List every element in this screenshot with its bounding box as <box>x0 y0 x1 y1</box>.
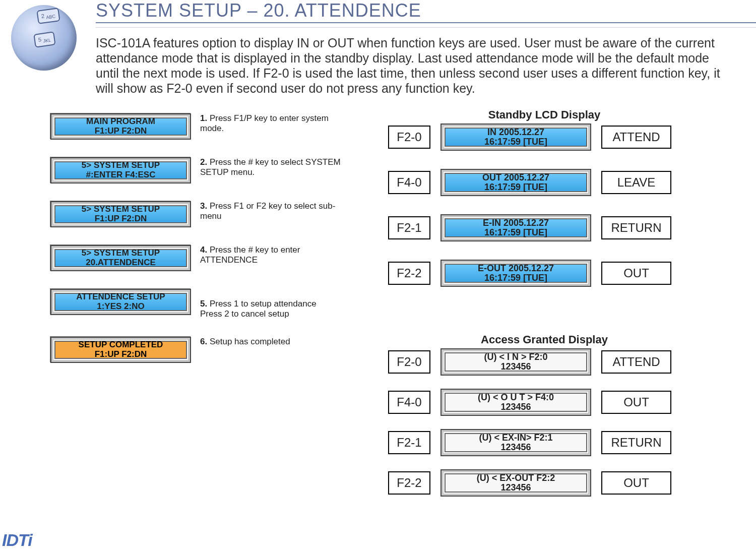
lcd-display: 5> SYSTEM SETUP F1:UP F2:DN <box>50 201 191 227</box>
lcd-line2: 123456 <box>500 402 531 412</box>
function-key-label: F4-0 <box>388 391 430 414</box>
function-key-label: F2-0 <box>388 350 430 374</box>
mode-label: ATTEND <box>601 126 671 149</box>
step-text: Press the # key to select SYSTEM SETUP m… <box>200 157 341 177</box>
lcd-line1: MAIN PROGRAM <box>86 117 155 127</box>
lcd-line2: 16:17:59 [TUE] <box>484 137 547 147</box>
mode-label: RETURN <box>601 216 671 239</box>
page-title: SYSTEM SETUP – 20. ATTENDENCE <box>96 0 421 21</box>
mode-label: OUT <box>601 262 671 285</box>
setup-step: 5> SYSTEM SETUP 20.ATTENDENCE 4. Press t… <box>50 245 348 271</box>
lcd-display: 5> SYSTEM SETUP #:ENTER F4:ESC <box>50 157 191 183</box>
setup-step: MAIN PROGRAM F1:UP F2:DN 1. Press F1/P k… <box>50 113 348 140</box>
keypad-icon: 2 ABC 5 JKL <box>11 5 77 71</box>
lcd-line1: 5> SYSTEM SETUP <box>82 205 160 214</box>
access-title: Access Granted Display <box>388 333 701 346</box>
lcd-line2: 16:17:59 [TUE] <box>484 273 547 283</box>
step-caption: 4. Press the # key to enter ATTENDENCE <box>200 245 348 265</box>
step-text: Setup has completed <box>207 337 290 346</box>
lcd-display: MAIN PROGRAM F1:UP F2:DN <box>50 113 191 140</box>
step-text: Press F1 or F2 key to select sub-menu <box>200 201 335 221</box>
lcd-display: E-IN 2005.12.27 16:17:59 [TUE] <box>440 214 591 241</box>
lcd-line2: 20.ATTENDENCE <box>86 258 156 268</box>
setup-step: 5> SYSTEM SETUP F1:UP F2:DN 3. Press F1 … <box>50 201 348 227</box>
function-key-label: F2-2 <box>388 471 430 495</box>
function-key-label: F2-0 <box>388 126 430 149</box>
step-number: 2. <box>200 157 207 167</box>
page-header: SYSTEM SETUP – 20. ATTENDENCE <box>0 0 756 30</box>
lcd-line1: 5> SYSTEM SETUP <box>82 161 160 170</box>
step-caption: 3. Press F1 or F2 key to select sub-menu <box>200 201 348 221</box>
step-number: 3. <box>200 201 207 211</box>
standby-title: Standby LCD Display <box>388 108 701 121</box>
mode-label: OUT <box>601 391 671 414</box>
step-number: 5. <box>200 299 207 309</box>
step-caption: 1. Press F1/P key to enter system mode. <box>200 113 348 134</box>
step-number: 4. <box>200 245 207 255</box>
document-page: SYSTEM SETUP – 20. ATTENDENCE 2 ABC 5 JK… <box>0 0 756 552</box>
lcd-display: (U) < EX-IN> F2:1 123456 <box>440 429 591 456</box>
lcd-line1: E-IN 2005.12.27 <box>483 218 549 228</box>
step-text: Press 1 to setup attendance Press 2 to c… <box>200 299 317 319</box>
mode-label: ATTEND <box>601 350 671 374</box>
display-row: F2-0 IN 2005.12.27 16:17:59 [TUE] ATTEND <box>388 122 701 152</box>
display-row: F2-2 E-OUT 2005.12.27 16:17:59 [TUE] OUT <box>388 259 701 288</box>
lcd-display: (U) < I N > F2:0 123456 <box>440 348 591 376</box>
lcd-line1: E-OUT 2005.12.27 <box>478 264 554 273</box>
setup-step: 5> SYSTEM SETUP #:ENTER F4:ESC 2. Press … <box>50 157 348 183</box>
lcd-line2: 16:17:59 [TUE] <box>484 228 547 237</box>
lcd-display: (U) < O U T > F4:0 123456 <box>440 389 591 416</box>
function-key-label: F2-1 <box>388 216 430 239</box>
setup-steps: MAIN PROGRAM F1:UP F2:DN 1. Press F1/P k… <box>50 113 348 381</box>
lcd-line2: F1:UP F2:DN <box>95 127 147 136</box>
lcd-line1: OUT 2005.12.27 <box>482 173 549 182</box>
mode-label: RETURN <box>601 431 671 454</box>
display-row: F2-0 (U) < I N > F2:0 123456 ATTEND <box>388 347 701 377</box>
display-row: F4-0 (U) < O U T > F4:0 123456 OUT <box>388 388 701 417</box>
step-caption: 2. Press the # key to select SYSTEM SETU… <box>200 157 348 177</box>
lcd-display: E-OUT 2005.12.27 16:17:59 [TUE] <box>440 260 591 287</box>
mode-label: LEAVE <box>601 171 671 194</box>
lcd-line2: 123456 <box>500 483 531 493</box>
function-key-label: F4-0 <box>388 171 430 194</box>
lcd-line2: 123456 <box>500 443 531 452</box>
lcd-line1: (U) < O U T > F4:0 <box>478 393 554 402</box>
lcd-line2: 1:YES 2:NO <box>97 302 144 312</box>
lcd-line2: 123456 <box>500 362 531 372</box>
divider <box>96 24 756 25</box>
lcd-line2: 16:17:59 [TUE] <box>484 182 547 192</box>
lcd-line1: SETUP COMPLETED <box>79 340 163 350</box>
lcd-line1: IN 2005.12.27 <box>487 128 544 137</box>
lcd-line1: (U) < I N > F2:0 <box>484 352 547 362</box>
display-row: F2-2 (U) < EX-OUT F2:2 123456 OUT <box>388 468 701 498</box>
display-row: F4-0 OUT 2005.12.27 16:17:59 [TUE] LEAVE <box>388 168 701 197</box>
lcd-line1: (U) < EX-OUT F2:2 <box>477 473 555 483</box>
function-key-label: F2-2 <box>388 262 430 285</box>
display-row: F2-1 (U) < EX-IN> F2:1 123456 RETURN <box>388 428 701 457</box>
step-text: Press F1/P key to enter system mode. <box>200 113 329 133</box>
intro-text: ISC-101A features option to display IN o… <box>96 35 726 96</box>
lcd-display: OUT 2005.12.27 16:17:59 [TUE] <box>440 169 591 196</box>
setup-step: SETUP COMPLETED F1:UP F2:DN 6. Setup has… <box>50 337 348 363</box>
lcd-line1: (U) < EX-IN> F2:1 <box>479 433 552 443</box>
lcd-display: 5> SYSTEM SETUP 20.ATTENDENCE <box>50 245 191 271</box>
divider <box>96 22 756 23</box>
step-number: 1. <box>200 113 207 123</box>
lcd-display: ATTENDENCE SETUP 1:YES 2:NO <box>50 289 191 315</box>
lcd-line1: 5> SYSTEM SETUP <box>82 249 160 258</box>
step-caption: 5. Press 1 to setup attendance Press 2 t… <box>200 289 317 319</box>
lcd-display: IN 2005.12.27 16:17:59 [TUE] <box>440 124 591 151</box>
lcd-line2: #:ENTER F4:ESC <box>86 170 156 180</box>
step-text: Press the # key to enter ATTENDENCE <box>200 245 300 265</box>
lcd-line2: F1:UP F2:DN <box>95 350 147 359</box>
function-key-label: F2-1 <box>388 431 430 454</box>
display-row: F2-1 E-IN 2005.12.27 16:17:59 [TUE] RETU… <box>388 213 701 242</box>
brand-logo: IDTi <box>2 530 32 550</box>
lcd-line1: ATTENDENCE SETUP <box>76 292 165 302</box>
step-number: 6. <box>200 337 207 346</box>
lcd-display: SETUP COMPLETED F1:UP F2:DN <box>50 337 191 363</box>
mode-label: OUT <box>601 471 671 495</box>
step-caption: 6. Setup has completed <box>200 337 290 347</box>
divider <box>96 27 756 28</box>
lcd-display: (U) < EX-OUT F2:2 123456 <box>440 469 591 497</box>
